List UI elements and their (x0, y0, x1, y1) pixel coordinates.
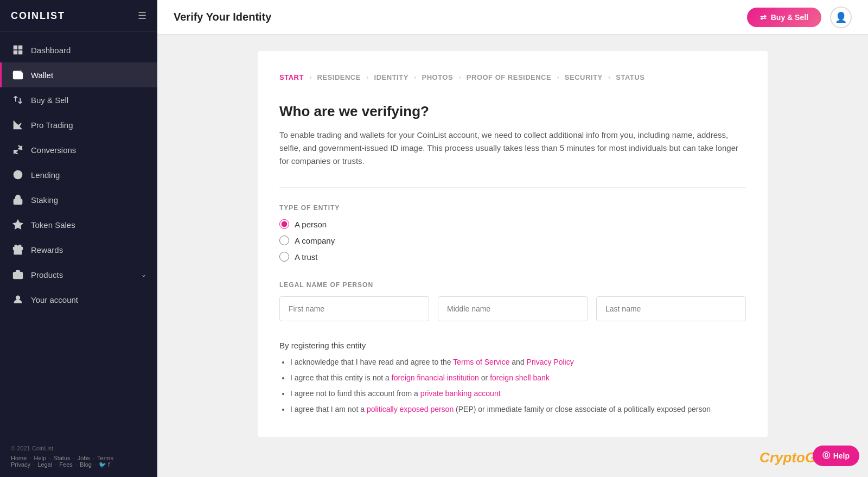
pro-trading-icon (12, 119, 23, 130)
step-label-start: START (279, 73, 304, 81)
user-avatar-button[interactable]: 👤 (830, 7, 852, 28)
step-label-identity: IDENTITY (374, 73, 409, 81)
sidebar-item-products[interactable]: Products ⌄ (0, 262, 157, 287)
step-security[interactable]: SECURITY (565, 73, 603, 81)
sidebar-item-rewards[interactable]: Rewards (0, 237, 157, 262)
svg-point-9 (16, 296, 20, 300)
footer-link-twitter[interactable]: 🐦 (99, 461, 106, 468)
list-item: I agree not to fund this account from a … (290, 388, 746, 399)
hamburger-icon[interactable]: ☰ (138, 10, 146, 22)
radio-company-input[interactable] (279, 236, 289, 245)
footer-link-fees[interactable]: Fees (59, 461, 72, 468)
footer-link-terms[interactable]: Terms (97, 455, 113, 461)
wallet-icon (12, 69, 23, 80)
footer-link-help[interactable]: Help (34, 455, 47, 461)
sidebar-item-buy-sell[interactable]: Buy & Sell (0, 87, 157, 112)
step-photos[interactable]: PHOTOS (422, 73, 453, 81)
radio-person[interactable]: A person (279, 219, 746, 229)
list-item: I agree that I am not a politically expo… (290, 404, 746, 415)
svg-rect-3 (19, 51, 22, 54)
politically-exposed-person-link[interactable]: politically exposed person (367, 405, 454, 414)
step-sep-3: › (414, 73, 417, 81)
sidebar-footer: © 2021 CoinList Home · Help · Status · J… (0, 436, 157, 477)
sidebar-item-label: Your account (31, 295, 78, 304)
step-status[interactable]: STATUS (616, 73, 644, 81)
logo: COINLIST (11, 10, 65, 22)
section-title: Who are we verifying? (279, 103, 746, 120)
sidebar-item-lending[interactable]: Lending (0, 162, 157, 187)
radio-person-input[interactable] (279, 219, 289, 229)
steps-bar: START › RESIDENCE › IDENTITY › PHOTOS › … (279, 73, 746, 81)
user-icon: 👤 (835, 11, 847, 23)
sidebar: COINLIST ☰ Dashboard Wallet Buy & Sell (0, 0, 157, 477)
footer-link-facebook[interactable]: f (108, 461, 110, 468)
footer-link-status[interactable]: Status (53, 455, 70, 461)
main-area: Verify Your Identity ⇄ Buy & Sell 👤 STAR… (157, 0, 868, 477)
step-label-status: STATUS (616, 73, 644, 81)
footer-link-home[interactable]: Home (11, 455, 27, 461)
buy-sell-icon: ⇄ (760, 13, 767, 22)
conversions-icon (12, 144, 23, 155)
svg-rect-4 (14, 73, 23, 79)
sidebar-item-wallet[interactable]: Wallet (0, 62, 157, 87)
svg-rect-1 (19, 46, 22, 49)
divider-1 (279, 187, 746, 188)
topbar-actions: ⇄ Buy & Sell 👤 (747, 7, 852, 28)
entity-type-group: A person A company A trust (279, 219, 746, 262)
private-banking-account-link[interactable]: private banking account (420, 389, 501, 398)
foreign-shell-bank-link[interactable]: foreign shell bank (490, 373, 550, 382)
entity-type-label: TYPE OF ENTITY (279, 204, 746, 212)
step-sep-4: › (458, 73, 461, 81)
staking-icon (12, 194, 23, 205)
sidebar-item-label: Dashboard (31, 46, 71, 55)
foreign-financial-institution-link[interactable]: foreign financial institution (392, 373, 479, 382)
sidebar-item-token-sales[interactable]: Token Sales (0, 212, 157, 237)
sidebar-item-label: Token Sales (31, 220, 75, 230)
products-icon (12, 269, 23, 280)
section-desc: To enable trading and wallets for your C… (279, 129, 746, 168)
radio-person-label: A person (295, 220, 327, 229)
buy-sell-button[interactable]: ⇄ Buy & Sell (747, 8, 821, 27)
footer-link-legal[interactable]: Legal (37, 461, 52, 468)
sidebar-item-label: Conversions (31, 145, 76, 155)
form-card: START › RESIDENCE › IDENTITY › PHOTOS › … (258, 51, 768, 437)
dashboard-icon (12, 44, 23, 55)
footer-link-blog[interactable]: Blog (80, 461, 92, 468)
last-name-input[interactable] (596, 296, 746, 321)
sidebar-item-dashboard[interactable]: Dashboard (0, 37, 157, 62)
sidebar-item-your-account[interactable]: Your account (0, 287, 157, 312)
middle-name-input[interactable] (438, 296, 588, 321)
step-start[interactable]: START (279, 73, 304, 81)
step-identity[interactable]: IDENTITY (374, 73, 409, 81)
radio-company[interactable]: A company (279, 236, 746, 245)
step-label-proof: PROOF OF RESIDENCE (467, 73, 551, 81)
content-area: START › RESIDENCE › IDENTITY › PHOTOS › … (157, 35, 868, 477)
sidebar-item-conversions[interactable]: Conversions (0, 137, 157, 162)
first-name-input[interactable] (279, 296, 429, 321)
step-label-photos: PHOTOS (422, 73, 453, 81)
help-button[interactable]: ⓪ Help (813, 446, 859, 466)
page-title: Verify Your Identity (174, 11, 271, 23)
copyright-text: © 2021 CoinList (11, 445, 146, 451)
chevron-down-icon: ⌄ (141, 271, 146, 278)
token-sales-icon (12, 219, 23, 230)
radio-trust-input[interactable] (279, 252, 289, 262)
legal-name-label: LEGAL NAME OF PERSON (279, 281, 746, 289)
help-label: Help (833, 451, 850, 460)
list-item: I acknowledge that I have read and agree… (290, 357, 746, 368)
svg-rect-6 (14, 199, 22, 204)
footer-link-jobs[interactable]: Jobs (78, 455, 90, 461)
footer-link-privacy[interactable]: Privacy (11, 461, 30, 468)
step-sep-6: › (608, 73, 611, 81)
step-proof-of-residence[interactable]: PROOF OF RESIDENCE (467, 73, 551, 81)
registering-section: By registering this entity I acknowledge… (279, 341, 746, 415)
sidebar-item-staking[interactable]: Staking (0, 187, 157, 212)
terms-link[interactable]: Terms of Service (453, 358, 509, 366)
privacy-policy-link[interactable]: Privacy Policy (527, 358, 574, 366)
nav-menu: Dashboard Wallet Buy & Sell Pro Trading (0, 32, 157, 436)
lending-icon (12, 169, 23, 180)
sidebar-item-pro-trading[interactable]: Pro Trading (0, 112, 157, 137)
step-residence[interactable]: RESIDENCE (317, 73, 361, 81)
sidebar-item-label: Rewards (31, 245, 63, 255)
radio-trust[interactable]: A trust (279, 252, 746, 262)
